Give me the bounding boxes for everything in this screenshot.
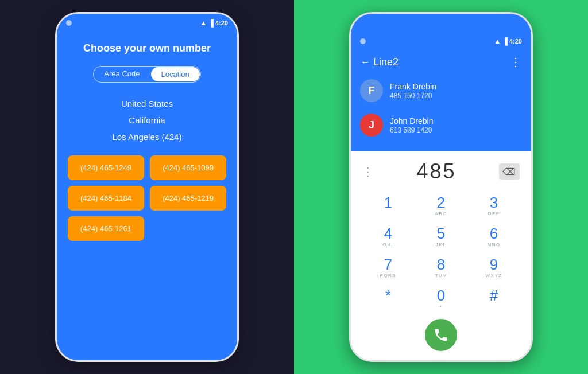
location-tab[interactable]: Location (151, 67, 200, 81)
dialer-bottom-section: ⋮ 485 ⌫ 1 2 ABC 3 (351, 151, 531, 360)
left-notch-dot (66, 20, 72, 26)
location-city[interactable]: Los Angeles (424) (113, 130, 182, 144)
back-button[interactable]: ← Line2 (360, 56, 399, 68)
number-grid: (424) 465-1249 (424) 465-1099 (424) 465-… (68, 155, 226, 241)
key-2[interactable]: 2 ABC (415, 190, 467, 221)
key-7[interactable]: 7 PQRS (362, 252, 415, 283)
contact-avatar-frank: F (360, 79, 383, 102)
left-wifi-icon: ▲ (200, 19, 207, 27)
number-btn-3[interactable]: (424) 465-1219 (150, 186, 226, 211)
location-country[interactable]: United States (121, 96, 173, 111)
location-state[interactable]: California (129, 113, 165, 127)
left-signal-icon: ▐ (208, 19, 214, 27)
key-9[interactable]: 9 WXYZ (467, 252, 520, 283)
key-0[interactable]: 0 + (415, 283, 467, 314)
left-phone-screen: Choose your own number Area Code Locatio… (57, 14, 237, 360)
dialer-options-icon[interactable]: ⋮ (362, 165, 374, 178)
key-6[interactable]: 6 MNO (467, 221, 520, 252)
key-hash[interactable]: # (467, 283, 520, 314)
number-btn-4[interactable]: (424) 465-1261 (68, 216, 144, 241)
left-background: ▲ ▐ 4:20 Choose your own number Area Cod… (0, 0, 294, 374)
backspace-button[interactable]: ⌫ (499, 163, 520, 180)
left-phone-frame: ▲ ▐ 4:20 Choose your own number Area Cod… (55, 12, 239, 362)
key-5[interactable]: 5 JKL (415, 221, 467, 252)
contact-row-john[interactable]: J John Drebin 613 689 1420 (351, 108, 531, 142)
left-time: 4:20 (215, 20, 228, 26)
right-background: ▲ ▐ 4:20 ← Line2 ⋮ F Frank Drebi (294, 0, 588, 374)
right-signal-icon: ▐ (502, 37, 508, 45)
contact-number-john: 613 689 1420 (390, 126, 522, 134)
key-star[interactable]: * (362, 283, 415, 314)
key-4[interactable]: 4 GHI (362, 221, 415, 252)
right-phone-screen: ▲ ▐ 4:20 ← Line2 ⋮ F Frank Drebi (351, 14, 531, 360)
number-btn-1[interactable]: (424) 465-1099 (150, 155, 226, 180)
number-btn-0[interactable]: (424) 465-1249 (68, 155, 144, 180)
dialer-header: ← Line2 ⋮ (351, 50, 531, 73)
phone-icon (433, 327, 449, 343)
contact-name-john: John Drebin (390, 116, 522, 126)
location-list: United States California Los Angeles (42… (57, 96, 237, 144)
area-code-tab[interactable]: Area Code (94, 67, 150, 82)
right-status-bar: ▲ ▐ 4:20 (351, 32, 531, 50)
dialer-input-row: ⋮ 485 ⌫ (351, 157, 531, 190)
dialer-top-section: ▲ ▐ 4:20 ← Line2 ⋮ F Frank Drebi (351, 14, 531, 151)
contact-avatar-john: J (360, 114, 383, 137)
contact-name-frank: Frank Drebin (390, 82, 522, 91)
right-phone-frame: ▲ ▐ 4:20 ← Line2 ⋮ F Frank Drebi (349, 12, 533, 362)
contact-info-john: John Drebin 613 689 1420 (390, 116, 522, 134)
contact-info-frank: Frank Drebin 485 150 1720 (390, 82, 522, 100)
area-code-location-toggle[interactable]: Area Code Location (93, 66, 200, 83)
menu-button[interactable]: ⋮ (510, 55, 522, 69)
right-time: 4:20 (509, 38, 522, 45)
right-notch-dot (360, 38, 366, 44)
call-button[interactable] (425, 319, 457, 351)
key-1[interactable]: 1 (362, 190, 415, 221)
number-btn-2[interactable]: (424) 465-1184 (68, 186, 144, 211)
dialer-display: 485 (416, 159, 456, 184)
contact-number-frank: 485 150 1720 (390, 92, 522, 100)
left-status-bar: ▲ ▐ 4:20 (57, 14, 237, 32)
right-wifi-icon: ▲ (494, 37, 501, 45)
key-8[interactable]: 8 TUV (415, 252, 467, 283)
keypad: 1 2 ABC 3 DEF 4 GHI (362, 190, 520, 314)
contact-row-frank[interactable]: F Frank Drebin 485 150 1720 (351, 73, 531, 108)
key-3[interactable]: 3 DEF (467, 190, 520, 221)
left-phone-title: Choose your own number (83, 42, 211, 54)
